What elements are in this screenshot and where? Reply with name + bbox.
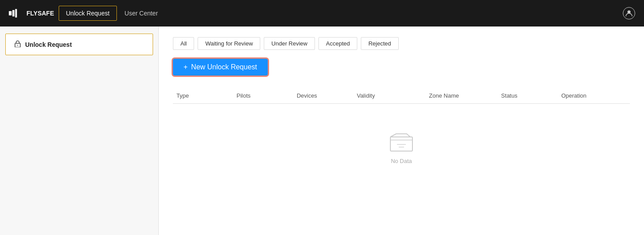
col-pilots: Pilots <box>233 92 293 99</box>
nav-unlock-request[interactable]: Unlock Request <box>59 6 117 21</box>
lock-svg <box>15 40 21 47</box>
svg-point-5 <box>17 45 18 46</box>
col-zone-name: Zone Name <box>426 92 498 99</box>
new-unlock-request-button[interactable]: + New Unlock Request <box>173 59 268 76</box>
sidebar: Unlock Request <box>0 27 159 235</box>
tab-waiting-for-review[interactable]: Waiting for Review <box>198 37 260 50</box>
main-content: All Waiting for Review Under Review Acce… <box>159 27 644 235</box>
logo-text: FLYSAFE <box>26 10 54 17</box>
header: FLYSAFE Unlock Request User Center <box>0 0 644 27</box>
dji-logo-icon <box>9 9 23 18</box>
nav-user-center[interactable]: User Center <box>117 6 165 21</box>
sidebar-item-unlock-request[interactable]: Unlock Request <box>5 34 153 55</box>
main-layout: Unlock Request All Waiting for Review Un… <box>0 27 644 235</box>
col-devices: Devices <box>293 92 353 99</box>
filter-tabs: All Waiting for Review Under Review Acce… <box>173 37 630 50</box>
tab-rejected[interactable]: Rejected <box>361 37 398 50</box>
svg-rect-0 <box>9 11 11 15</box>
table-header: Type Pilots Devices Validity Zone Name S… <box>173 88 630 104</box>
svg-rect-1 <box>12 10 15 16</box>
new-unlock-request-label: New Unlock Request <box>191 63 257 71</box>
plus-icon: + <box>183 63 187 71</box>
sidebar-label: Unlock Request <box>25 41 72 48</box>
tab-accepted[interactable]: Accepted <box>318 37 357 50</box>
no-data-text: No Data <box>391 158 412 164</box>
person-icon <box>625 10 633 17</box>
no-data-icon <box>388 130 415 152</box>
logo: FLYSAFE <box>9 9 54 18</box>
user-avatar-icon[interactable] <box>623 7 635 19</box>
col-operation: Operation <box>558 92 630 99</box>
tab-under-review[interactable]: Under Review <box>264 37 315 50</box>
user-profile[interactable] <box>623 7 635 19</box>
col-type: Type <box>173 92 233 99</box>
tab-all[interactable]: All <box>173 37 194 50</box>
svg-rect-2 <box>15 9 17 17</box>
no-data-container: No Data <box>173 104 630 191</box>
col-validity: Validity <box>353 92 426 99</box>
lock-icon <box>15 40 21 49</box>
header-left: FLYSAFE Unlock Request User Center <box>9 6 165 21</box>
col-status: Status <box>498 92 558 99</box>
